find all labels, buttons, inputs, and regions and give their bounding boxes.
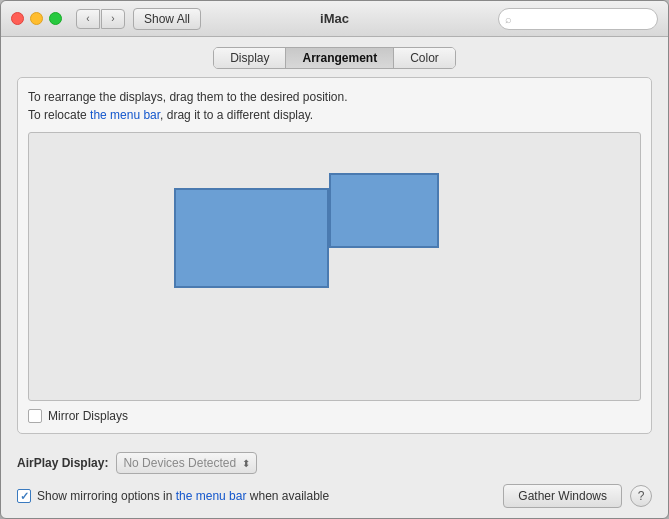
help-button[interactable]: ? bbox=[630, 485, 652, 507]
airplay-dropdown-value: No Devices Detected bbox=[123, 456, 236, 470]
traffic-lights bbox=[11, 12, 62, 25]
tab-toolbar: Display Arrangement Color bbox=[1, 37, 668, 77]
display-block-secondary[interactable] bbox=[329, 173, 439, 248]
airplay-row: AirPlay Display: No Devices Detected ⬍ bbox=[17, 452, 652, 474]
main-content: To rearrange the displays, drag them to … bbox=[1, 77, 668, 444]
airplay-dropdown[interactable]: No Devices Detected ⬍ bbox=[116, 452, 257, 474]
system-preferences-window: ‹ › Show All iMac ⌕ Display Arrangement … bbox=[0, 0, 669, 519]
show-all-button[interactable]: Show All bbox=[133, 8, 201, 30]
window-title: iMac bbox=[320, 11, 349, 26]
instruction-text: To rearrange the displays, drag them to … bbox=[28, 88, 641, 124]
dropdown-arrow-icon: ⬍ bbox=[242, 458, 250, 469]
bottom-section: AirPlay Display: No Devices Detected ⬍ S… bbox=[1, 444, 668, 518]
tab-color[interactable]: Color bbox=[394, 48, 455, 68]
instruction-line2-prefix: To relocate bbox=[28, 108, 90, 122]
title-bar: ‹ › Show All iMac ⌕ bbox=[1, 1, 668, 37]
instruction-line2-suffix: , drag it to a different display. bbox=[160, 108, 313, 122]
nav-buttons: ‹ › bbox=[76, 9, 125, 29]
tab-arrangement[interactable]: Arrangement bbox=[286, 48, 394, 68]
display-block-primary[interactable] bbox=[174, 188, 329, 288]
tab-display[interactable]: Display bbox=[214, 48, 286, 68]
segmented-control: Display Arrangement Color bbox=[213, 47, 456, 69]
search-input[interactable] bbox=[498, 8, 658, 30]
search-icon: ⌕ bbox=[505, 13, 512, 25]
mirroring-prefix: Show mirroring options in bbox=[37, 489, 176, 503]
forward-button[interactable]: › bbox=[101, 9, 125, 29]
maximize-button[interactable] bbox=[49, 12, 62, 25]
mirroring-suffix: when available bbox=[246, 489, 329, 503]
minimize-button[interactable] bbox=[30, 12, 43, 25]
bottom-buttons: Gather Windows ? bbox=[503, 484, 652, 508]
search-box: ⌕ bbox=[498, 8, 658, 30]
menu-bar-link[interactable]: the menu bar bbox=[90, 108, 160, 122]
display-canvas bbox=[28, 132, 641, 401]
gather-windows-button[interactable]: Gather Windows bbox=[503, 484, 622, 508]
mirror-displays-label: Mirror Displays bbox=[48, 409, 128, 423]
airplay-label: AirPlay Display: bbox=[17, 456, 108, 470]
show-mirroring-row: Show mirroring options in the menu bar w… bbox=[17, 484, 652, 508]
mirroring-label: Show mirroring options in the menu bar w… bbox=[37, 489, 329, 503]
close-button[interactable] bbox=[11, 12, 24, 25]
show-mirroring-checkbox[interactable] bbox=[17, 489, 31, 503]
mirroring-link[interactable]: the menu bar bbox=[176, 489, 247, 503]
mirror-displays-checkbox[interactable] bbox=[28, 409, 42, 423]
mirror-row: Mirror Displays bbox=[28, 409, 641, 423]
instruction-line1: To rearrange the displays, drag them to … bbox=[28, 90, 348, 104]
arrangement-panel: To rearrange the displays, drag them to … bbox=[17, 77, 652, 434]
back-button[interactable]: ‹ bbox=[76, 9, 100, 29]
show-mirroring-left: Show mirroring options in the menu bar w… bbox=[17, 489, 329, 503]
